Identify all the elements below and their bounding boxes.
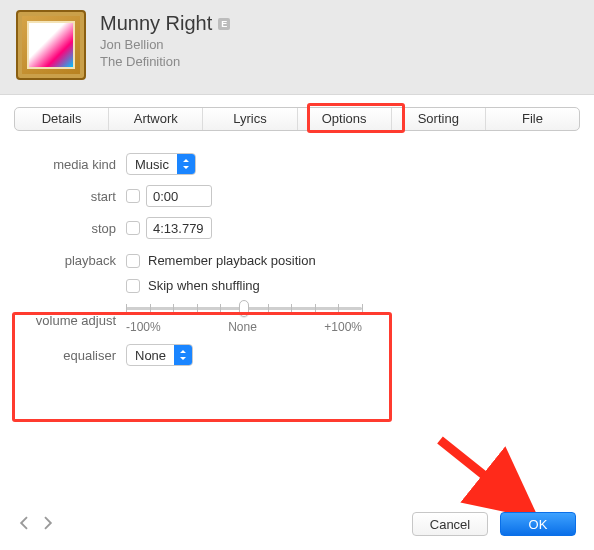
media-kind-select[interactable]: Music xyxy=(126,153,196,175)
skip-shuffling-row: Skip when shuffling xyxy=(126,278,260,293)
tabs: Details Artwork Lyrics Options Sorting F… xyxy=(14,107,580,131)
chevron-updown-icon xyxy=(174,345,192,365)
song-info-window: Munny Right E Jon Bellion The Definition… xyxy=(0,0,594,550)
stop-checkbox[interactable] xyxy=(126,221,140,235)
tab-lyrics[interactable]: Lyrics xyxy=(202,108,296,130)
header: Munny Right E Jon Bellion The Definition xyxy=(0,0,594,95)
skip-shuffling-checkbox[interactable] xyxy=(126,279,140,293)
row-stop: stop 4:13.779 xyxy=(26,217,568,239)
album-artwork-image xyxy=(27,21,75,69)
chevron-updown-icon xyxy=(177,154,195,174)
slider-mid-label: None xyxy=(228,320,257,334)
slider-thumb[interactable] xyxy=(239,300,249,317)
row-start: start 0:00 xyxy=(26,185,568,207)
slider-labels: -100% None +100% xyxy=(126,320,362,334)
nav-arrows xyxy=(18,516,54,533)
track-title: Munny Right xyxy=(100,12,212,35)
track-info: Munny Right E Jon Bellion The Definition xyxy=(100,10,230,69)
remember-position-label: Remember playback position xyxy=(148,253,316,268)
row-media-kind: media kind Music xyxy=(26,153,568,175)
track-title-row: Munny Right E xyxy=(100,12,230,35)
equaliser-select[interactable]: None xyxy=(126,344,193,366)
row-equaliser: equaliser None xyxy=(26,344,568,366)
volume-slider[interactable]: -100% None +100% xyxy=(126,307,362,334)
start-checkbox[interactable] xyxy=(126,189,140,203)
equaliser-value: None xyxy=(127,348,174,363)
prev-track-button[interactable] xyxy=(18,516,29,533)
album-name: The Definition xyxy=(100,54,230,69)
album-artwork xyxy=(16,10,86,80)
tab-options[interactable]: Options xyxy=(297,108,391,130)
row-volume-adjust: volume adjust -100% xyxy=(26,307,568,334)
slider-track xyxy=(126,307,362,310)
skip-shuffling-label: Skip when shuffling xyxy=(148,278,260,293)
label-media-kind: media kind xyxy=(26,157,126,172)
start-time-input[interactable]: 0:00 xyxy=(146,185,212,207)
label-equaliser: equaliser xyxy=(26,348,126,363)
tab-sorting[interactable]: Sorting xyxy=(391,108,485,130)
tab-details[interactable]: Details xyxy=(15,108,108,130)
options-panel: media kind Music start 0:00 stop 4:13.77… xyxy=(0,131,594,366)
row-skip-shuffle: Skip when shuffling xyxy=(26,278,568,293)
media-kind-value: Music xyxy=(127,157,177,172)
stop-time-input[interactable]: 4:13.779 xyxy=(146,217,212,239)
tab-artwork[interactable]: Artwork xyxy=(108,108,202,130)
label-playback: playback xyxy=(26,253,126,268)
footer: Cancel OK xyxy=(0,512,594,536)
explicit-badge: E xyxy=(218,18,230,30)
slider-max-label: +100% xyxy=(324,320,362,334)
remember-position-row: Remember playback position xyxy=(126,253,316,268)
tab-file[interactable]: File xyxy=(485,108,579,130)
row-playback: playback Remember playback position xyxy=(26,253,568,268)
cancel-button[interactable]: Cancel xyxy=(412,512,488,536)
label-stop: stop xyxy=(26,221,126,236)
remember-position-checkbox[interactable] xyxy=(126,254,140,268)
svg-line-0 xyxy=(440,440,525,508)
label-start: start xyxy=(26,189,126,204)
next-track-button[interactable] xyxy=(43,516,54,533)
artist-name: Jon Bellion xyxy=(100,37,230,52)
ok-button[interactable]: OK xyxy=(500,512,576,536)
slider-min-label: -100% xyxy=(126,320,161,334)
label-volume-adjust: volume adjust xyxy=(26,313,126,328)
